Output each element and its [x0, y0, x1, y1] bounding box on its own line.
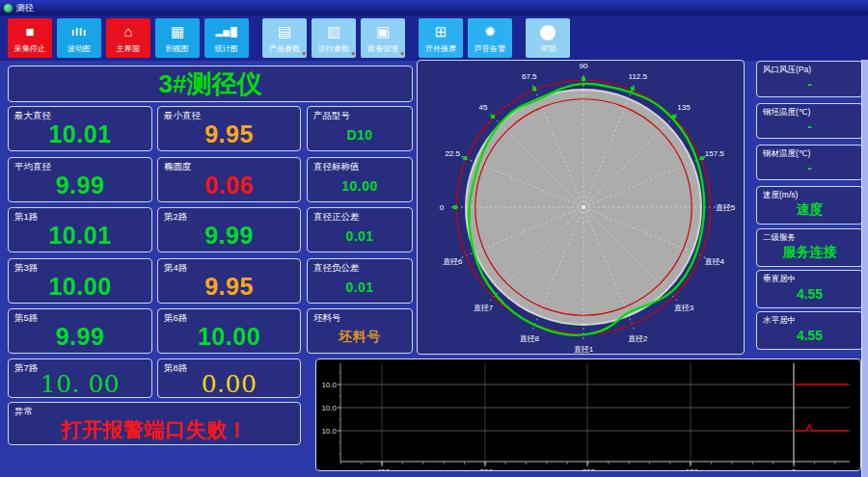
polar-axis-label: 90 [580, 62, 588, 70]
toolbar-button-main-screen[interactable]: ⌂主界面 [106, 18, 150, 58]
polar-axis-label: 直径6 [443, 257, 463, 266]
app-icon [4, 4, 13, 13]
scrollbar[interactable] [861, 60, 868, 477]
toolbar-button-sound-alarm[interactable]: ✹声音告警 [468, 18, 512, 58]
cell-value: 0.01 [308, 271, 412, 303]
cell-value: 9.99 [158, 220, 300, 252]
barchart-icon: ▂▅█ [215, 20, 237, 43]
status-panel: 水平居中4.55 [756, 311, 863, 350]
measurement-cell: 第5路9.99 [8, 308, 152, 354]
strip-y-tick-label: 10.0 [321, 404, 337, 412]
status-value: 速度 [757, 197, 862, 224]
window-title: 测径 [16, 2, 34, 14]
spec-cell: 直径负公差0.01 [307, 258, 413, 304]
toolbar-button-label: 运行参数 [318, 43, 349, 54]
toolbar-button-label: 开外接屏 [425, 43, 456, 54]
polar-label-marker [453, 205, 457, 209]
dropdown-arrow-icon: ▾ [302, 50, 306, 57]
device-icon: ▣ [376, 20, 390, 43]
polar-axis-label: 157.5 [705, 149, 725, 158]
polar-axis-label: 直径7 [474, 304, 494, 312]
status-panel: 钢材温度(℃)- [756, 145, 863, 180]
toolbar-button-label: 主界面 [117, 43, 140, 54]
polar-axis-label: 0 [440, 203, 445, 212]
toolbar-button-label: 波动图 [68, 43, 91, 54]
measurement-cell: 第3路10.00 [8, 258, 152, 304]
polar-label-marker [491, 115, 495, 119]
toolbar-button-product-params[interactable]: ▤产品参数▾ [262, 18, 307, 58]
cell-value: 0.00 [158, 371, 300, 397]
toolbar-button-label: 统计图 [215, 43, 238, 54]
toolbar-button-label: 声音告警 [475, 43, 505, 54]
polar-axis-label: 112.5 [629, 72, 648, 81]
spec-cell: 直径正公差0.01 [307, 207, 413, 252]
polar-label-marker [672, 115, 676, 119]
spec-cell: 坯料号坯料号 [307, 308, 413, 354]
status-value: - [757, 71, 862, 96]
profile-polar-chart-panel: 022.54567.590112.5135157.5直径5直径4直径3直径2直径… [417, 60, 745, 355]
toolbar: ■采集停止ıllı波动图⌂主界面▦剖视图▂▅█统计图▤产品参数▾▥运行参数▾▣设… [0, 15, 868, 61]
measurement-cell: 第1路10.01 [8, 207, 152, 252]
toolbar-button-run-params[interactable]: ▥运行参数▾ [312, 18, 356, 58]
cell-value: 0.06 [158, 170, 300, 201]
toolbar-button-label: 产品参数 [269, 43, 300, 54]
status-panel: 钢坯温度(℃)- [756, 103, 863, 139]
toolbar-button-external-screen[interactable]: ⊞开外接屏 [419, 18, 463, 58]
trend-strip-chart-panel: 10.010.010.0-400-300-200-1000 [315, 358, 861, 471]
home-icon: ⌂ [123, 20, 132, 43]
toolbar-button-label: 采集停止 [14, 43, 45, 54]
status-value: 4.55 [757, 280, 862, 307]
cell-value: 坯料号 [308, 321, 412, 353]
toolbar-button-label: 剖视图 [166, 43, 189, 54]
polar-axis-label: 45 [479, 103, 488, 112]
polar-axis-label: 直径8 [520, 334, 540, 343]
measurement-cell: 第6路10.00 [157, 308, 301, 354]
measurement-cell: 椭圆度0.06 [157, 157, 301, 202]
abnormal-message: 打开报警端口失败！ [9, 414, 300, 444]
toolbar-button-label: 设备管理 [367, 43, 398, 54]
polar-axis-label: 135 [677, 103, 691, 112]
toolbar-button-statistics-chart[interactable]: ▂▅█统计图 [204, 18, 249, 58]
cell-value: D10 [308, 119, 412, 150]
strip-y-tick-label: 10.0 [321, 427, 337, 436]
cell-value: 10.00 [158, 321, 300, 353]
strip-x-tick-label: -100 [683, 467, 699, 470]
polar-label-marker [582, 77, 585, 81]
stop-icon: ■ [25, 20, 34, 43]
spec-cell: 直径标称值10.00 [307, 157, 413, 202]
cell-value: 10.01 [9, 220, 151, 252]
toolbar-button-label: 帮助 [540, 43, 556, 54]
status-panel: 风口风压(Pa)- [756, 61, 863, 97]
cell-value: 9.99 [9, 170, 151, 201]
title-bar: 测径 [0, 0, 868, 15]
polar-axis-label: 67.5 [522, 72, 537, 81]
status-panel: 速度(m/s)速度 [756, 186, 863, 225]
status-panel: 二级服务服务连接 [756, 228, 863, 267]
polar-axis-label: 直径5 [716, 203, 736, 212]
polar-label-marker [532, 87, 536, 91]
polar-label-marker [700, 156, 704, 160]
toolbar-button-fluctuation-chart[interactable]: ıllı波动图 [57, 18, 101, 58]
toolbar-button-device-management[interactable]: ▣设备管理▾ [361, 18, 405, 58]
multiview-icon: ▦ [171, 20, 184, 43]
toolbar-button-section-view[interactable]: ▦剖视图 [155, 18, 200, 58]
measurement-cell: 第2路9.99 [157, 207, 301, 252]
cell-value: 0.01 [308, 220, 412, 252]
cell-value: 10. 00 [9, 371, 151, 397]
measurement-cell: 第4路9.95 [157, 258, 301, 304]
toolbar-button-help[interactable]: ?帮助 [526, 18, 570, 58]
cell-value: 9.95 [158, 271, 300, 303]
profile-polar-chart: 022.54567.590112.5135157.5直径5直径4直径3直径2直径… [418, 61, 744, 354]
waveform-icon: ıllı [71, 20, 87, 43]
strip-x-tick-label: 0 [792, 467, 797, 470]
gauge-title: 3#测径仪 [159, 67, 262, 101]
polar-axis-label: 直径3 [674, 304, 694, 312]
toolbar-button-stop-acquisition[interactable]: ■采集停止 [8, 18, 52, 58]
params-icon: ▤ [278, 20, 291, 43]
gauge-title-panel: 3#测径仪 [8, 66, 413, 102]
cell-value: 10.01 [9, 119, 151, 150]
measurement-cell: 最大直径10.01 [8, 106, 152, 151]
measurement-cell: 最小直径9.95 [157, 106, 301, 151]
strip-y-tick-label: 10.0 [321, 381, 337, 389]
trend-strip-chart: 10.010.010.0-400-300-200-1000 [316, 359, 860, 470]
